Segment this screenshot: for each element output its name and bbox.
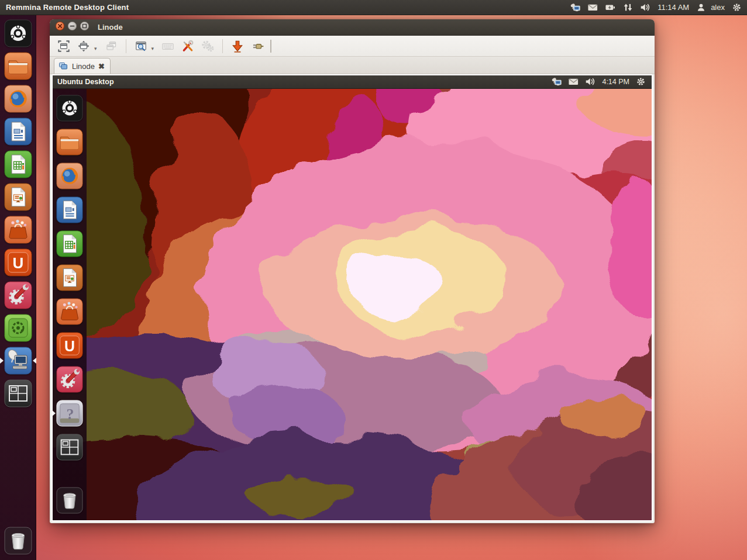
launcher-item-help[interactable]: ?	[56, 400, 83, 427]
launcher-item-trash[interactable]	[56, 487, 83, 514]
running-indicator-icon	[52, 410, 56, 416]
keyboard-grab-button[interactable]	[159, 37, 177, 55]
fullscreen-button[interactable]	[54, 37, 73, 55]
mail-icon[interactable]	[568, 77, 579, 87]
host-launcher: U	[0, 15, 36, 560]
host-clock[interactable]: 11:14 AM	[658, 3, 689, 12]
mail-icon[interactable]	[587, 3, 598, 12]
network-arrows-icon[interactable]	[622, 3, 634, 12]
zoom-button[interactable]	[132, 37, 150, 55]
zoom-dropdown-icon[interactable]: ▾	[152, 46, 154, 51]
remote-panel-title: Ubuntu Desktop	[57, 78, 114, 86]
scale-dropdown-icon[interactable]: ▾	[94, 46, 97, 51]
svg-text:?: ?	[66, 406, 74, 423]
duplicate-button[interactable]	[102, 37, 121, 55]
close-button[interactable]	[55, 21, 65, 31]
launcher-item-remmina[interactable]	[4, 347, 32, 375]
launcher-item-ubuntu-one[interactable]: U	[56, 332, 83, 359]
window-controls	[55, 21, 92, 33]
remote-launcher-bottom	[53, 483, 87, 520]
minimize-to-tray-button[interactable]	[228, 37, 247, 55]
remote-clock[interactable]: 4:14 PM	[602, 78, 629, 86]
user-menu-label[interactable]: alex	[711, 3, 725, 12]
gear-icon[interactable]	[731, 3, 742, 12]
launcher-item-lo-impress[interactable]	[4, 183, 32, 211]
scale-button[interactable]	[74, 37, 93, 55]
window-title: Linode	[98, 23, 123, 32]
tab-bar: Linode ✖	[50, 57, 655, 74]
launcher-item-firefox[interactable]	[4, 85, 32, 113]
desktop-root: { "host_panel": { "title": "Remmina Remo…	[0, 0, 747, 560]
svg-text:U: U	[12, 254, 23, 272]
user-icon[interactable]	[696, 3, 707, 12]
remote-wallpaper	[53, 75, 652, 520]
volume-icon[interactable]	[640, 3, 651, 12]
launcher-item-lo-calc[interactable]	[56, 230, 83, 257]
window-titlebar[interactable]: Linode	[50, 19, 655, 36]
tab-linode[interactable]: Linode ✖	[54, 58, 111, 74]
host-tray	[570, 3, 651, 12]
toolbar-separator	[126, 39, 126, 53]
launcher-item-files[interactable]	[4, 52, 32, 80]
gear-icon[interactable]	[635, 77, 646, 87]
launcher-item-lo-impress[interactable]	[56, 264, 83, 291]
remote-launcher-items: U?	[53, 91, 87, 464]
launcher-item-system-settings[interactable]	[56, 366, 83, 393]
toolbar-grip	[270, 40, 271, 53]
remote-screen-icon	[58, 61, 68, 71]
launcher-item-software-center[interactable]	[56, 298, 83, 325]
host-launcher-items: U	[0, 17, 36, 410]
preferences-button[interactable]	[198, 37, 217, 55]
running-indicator-icon	[0, 358, 4, 364]
launcher-item-system-settings[interactable]	[4, 281, 32, 309]
remote-tray	[551, 77, 596, 87]
launcher-item-software-updater[interactable]	[4, 314, 32, 342]
remmina-toolbar: ▾▾	[50, 36, 655, 57]
tools-button[interactable]	[178, 37, 197, 55]
remote-desktop-view[interactable]: Ubuntu Desktop 4:14 PM U?	[51, 74, 653, 521]
launcher-item-ubuntu-dash[interactable]	[4, 19, 32, 47]
volume-icon[interactable]	[585, 77, 596, 87]
launcher-item-workspace-switcher[interactable]	[4, 379, 32, 407]
remote-desktop-icon[interactable]	[551, 77, 562, 87]
launcher-item-ubuntu-dash[interactable]	[56, 95, 83, 122]
host-launcher-bottom	[0, 524, 36, 560]
remote-launcher: U?	[53, 89, 87, 520]
host-top-panel: Remmina Remote Desktop Client 11:14 AM a…	[0, 0, 747, 15]
minimize-button[interactable]	[67, 21, 77, 31]
launcher-item-ubuntu-one[interactable]: U	[4, 248, 32, 276]
maximize-button[interactable]	[80, 21, 89, 31]
svg-text:U: U	[64, 338, 75, 354]
tab-close-icon[interactable]: ✖	[98, 62, 105, 71]
remote-top-panel: Ubuntu Desktop 4:14 PM	[53, 75, 652, 89]
launcher-item-lo-calc[interactable]	[4, 150, 32, 178]
toolbar-separator	[222, 39, 223, 53]
launcher-item-firefox[interactable]	[56, 163, 83, 189]
host-app-menu-title[interactable]: Remmina Remote Desktop Client	[6, 3, 129, 12]
launcher-item-software-center[interactable]	[4, 216, 32, 244]
launcher-item-trash[interactable]	[4, 527, 32, 555]
remmina-window: Linode ▾▾ Linode ✖	[50, 19, 655, 523]
tab-label: Linode	[72, 62, 95, 71]
launcher-item-workspace-switcher[interactable]	[56, 434, 83, 461]
disconnect-button[interactable]	[248, 37, 267, 55]
launcher-item-files[interactable]	[56, 129, 83, 155]
remote-desktop-icon[interactable]	[570, 3, 581, 12]
battery-icon[interactable]	[605, 3, 616, 12]
focused-indicator-icon	[33, 358, 36, 364]
launcher-item-lo-writer[interactable]	[56, 196, 83, 223]
launcher-item-lo-writer[interactable]	[4, 117, 32, 146]
